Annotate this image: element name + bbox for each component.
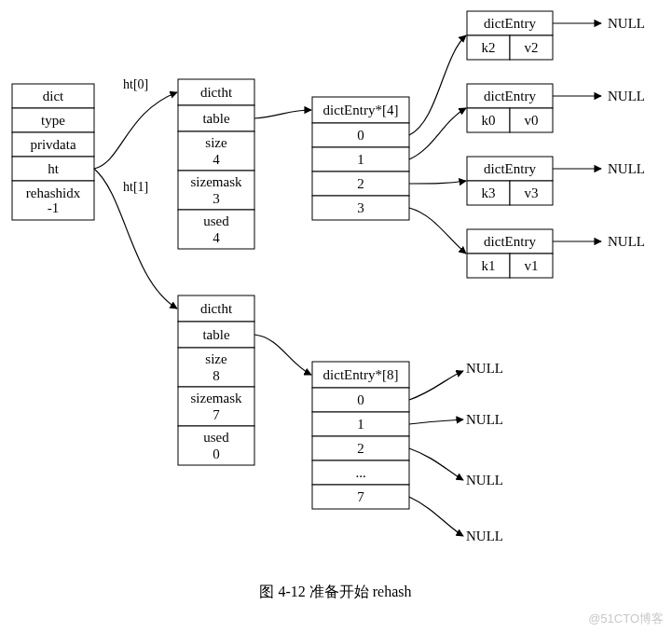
edge-ht1-label: ht[1] [123,180,148,194]
arr8-1: 1 [357,417,364,432]
arrow-e3 [409,208,466,254]
null-a3: NULL [466,529,503,543]
dictht1-struct: dictht table size 8 sizemask 7 used 0 [178,295,254,465]
entry0-k: k2 [482,40,496,55]
arr4-0: 0 [357,128,364,143]
arrow-table1 [254,335,311,375]
dictht0-sizemask-value: 3 [213,191,220,206]
dictentry-k3v3: dictEntry k3 v3 [467,157,553,205]
null-a2: NULL [466,473,503,488]
dictentry-title-3: dictEntry [484,234,536,249]
dictentry-k0v0: dictEntry k0 v0 [467,84,553,132]
watermark: @51CTO博客 [588,611,664,625]
null-0: NULL [608,16,645,31]
entry3-v: v1 [525,258,539,273]
entry0-v: v2 [525,40,539,55]
dict-ht: ht [48,161,60,176]
dictht0-used-value: 4 [213,230,220,245]
entry1-v: v0 [525,113,539,128]
arr8-2: 2 [357,441,364,456]
dictht0-table: table [202,111,229,126]
arrow-e0 [409,35,466,135]
dictht0-used-label: used [203,213,229,228]
dict-privdata: privdata [30,137,75,152]
null-a0: NULL [466,361,503,376]
arrow-table0 [254,110,311,118]
dict-struct: dict type privdata ht rehashidx -1 [12,84,94,220]
dictht1-used-value: 0 [213,447,220,461]
arrow-e2 [409,181,466,184]
dictht0-struct: dictht table size 4 sizemask 3 used 4 [178,79,254,249]
dictentry-title-1: dictEntry [484,89,536,103]
dict-type: type [41,113,65,128]
dictentry-k2v2: dictEntry k2 v2 [467,11,553,60]
dictht1-title: dictht [200,301,233,316]
dictht0-size-label: size [205,135,227,150]
null-3: NULL [608,234,645,249]
dictht1-table: table [202,327,229,342]
dictentry-title-2: dictEntry [484,161,536,176]
arr8-0: 0 [357,392,364,407]
dictht1-sizemask-label: sizemask [191,391,242,405]
dict-rehashidx-label: rehashidx [26,185,81,200]
entry3-k: k1 [482,258,496,273]
dictht1-size-value: 8 [213,368,220,383]
dict-rehashidx-value: -1 [48,200,60,215]
arr4-2: 2 [357,176,364,191]
dictht1-used-label: used [203,430,229,445]
arrow-ht0 [94,92,177,169]
entry-array-8: dictEntry*[8] 0 1 2 ... 7 [312,362,409,509]
arrow-a2 [409,448,463,480]
entry2-k: k3 [482,185,496,200]
arr4-3: 3 [357,200,364,215]
null-a1: NULL [466,412,503,427]
arrow-e1 [409,108,466,159]
dictht0-sizemask-label: sizemask [191,174,242,189]
dictentry-k1v1: dictEntry k1 v1 [467,229,553,278]
arr8-dots: ... [355,465,365,480]
arr4-title: dictEntry*[4] [323,103,399,117]
dict-title: dict [43,89,64,103]
arr8-title: dictEntry*[8] [323,367,399,382]
dictht0-title: dictht [200,85,233,100]
edge-ht0-label: ht[0] [123,77,148,91]
arr4-1: 1 [357,152,364,167]
dictht1-sizemask-value: 7 [213,407,220,422]
arrow-a0 [409,371,463,400]
dictht1-size-label: size [205,351,227,366]
dictentry-title-0: dictEntry [484,16,536,31]
figure-caption: 图 4-12 准备开始 rehash [259,584,411,599]
arrow-a1 [409,419,463,424]
null-2: NULL [608,161,645,176]
entry1-k: k0 [482,113,496,128]
entry2-v: v3 [525,185,539,200]
arrow-a3 [409,497,463,536]
dictht0-size-value: 4 [213,152,220,167]
null-1: NULL [608,89,645,103]
arr8-7: 7 [357,489,364,504]
entry-array-4: dictEntry*[4] 0 1 2 3 [312,97,409,220]
